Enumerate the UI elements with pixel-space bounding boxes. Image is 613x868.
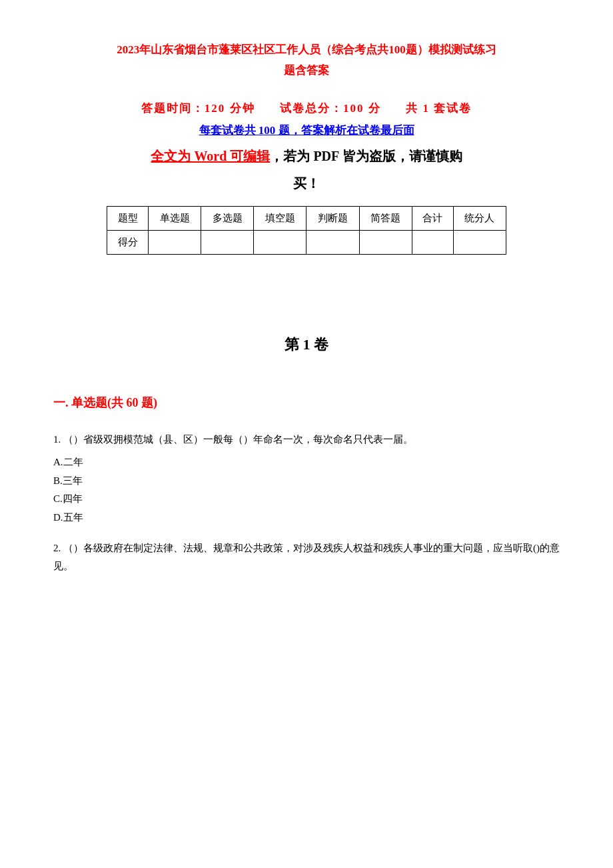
table-cell-score-judge (306, 231, 359, 255)
question-2: 2. （）各级政府在制定法律、法规、规章和公共政策，对涉及残疾人权益和残疾人事业… (53, 539, 560, 575)
score-table: 题型 单选题 多选题 填空题 判断题 简答题 合计 统分人 得分 (107, 206, 506, 255)
table-cell-score-fill (254, 231, 306, 255)
table-cell-judge: 判断题 (306, 207, 359, 231)
table-score-row: 得分 (107, 231, 506, 255)
table-cell-score-total (412, 231, 453, 255)
option-1c: C.四年 (53, 491, 560, 508)
highlight-line: 每套试卷共 100 题，答案解析在试卷最后面 (53, 123, 560, 138)
section-title: 一. 单选题(共 60 题) (53, 395, 560, 411)
table-cell-score-short (359, 231, 412, 255)
question-1-text: 1. （）省级双拥模范城（县、区）一般每（）年命名一次，每次命名只代表一届。 (53, 431, 560, 449)
question-1: 1. （）省级双拥模范城（县、区）一般每（）年命名一次，每次命名只代表一届。 A… (53, 431, 560, 526)
table-cell-score-scorer (453, 231, 506, 255)
title-section: 2023年山东省烟台市蓬莱区社区工作人员（综合考点共100题）模拟测试练习 题含… (53, 40, 560, 81)
info-line: 答题时间：120 分钟 试卷总分：100 分 共 1 套试卷 (53, 101, 560, 116)
table-cell-single: 单选题 (149, 207, 201, 231)
table-cell-multi: 多选题 (201, 207, 254, 231)
table-cell-score-label: 得分 (107, 231, 149, 255)
question-2-text: 2. （）各级政府在制定法律、法规、规章和公共政策，对涉及残疾人权益和残疾人事业… (53, 539, 560, 575)
word-editable-line: 全文为 Word 可编辑，若为 PDF 皆为盗版，请谨慎购 (53, 147, 560, 165)
buy-line: 买！ (53, 175, 560, 193)
option-1a: A.二年 (53, 454, 560, 471)
table-cell-score-multi (201, 231, 254, 255)
table-cell-short: 简答题 (359, 207, 412, 231)
table-cell-total: 合计 (412, 207, 453, 231)
table-cell-fill: 填空题 (254, 207, 306, 231)
spacer-1 (53, 268, 560, 321)
table-cell-type: 题型 (107, 207, 149, 231)
volume-title: 第 1 卷 (53, 335, 560, 355)
option-1d: D.五年 (53, 509, 560, 527)
table-cell-score-single (149, 231, 201, 255)
main-title: 2023年山东省烟台市蓬莱区社区工作人员（综合考点共100题）模拟测试练习 题含… (53, 40, 560, 81)
table-cell-scorer: 统分人 (453, 207, 506, 231)
option-1b: B.三年 (53, 473, 560, 490)
table-header-row: 题型 单选题 多选题 填空题 判断题 简答题 合计 统分人 (107, 207, 506, 231)
